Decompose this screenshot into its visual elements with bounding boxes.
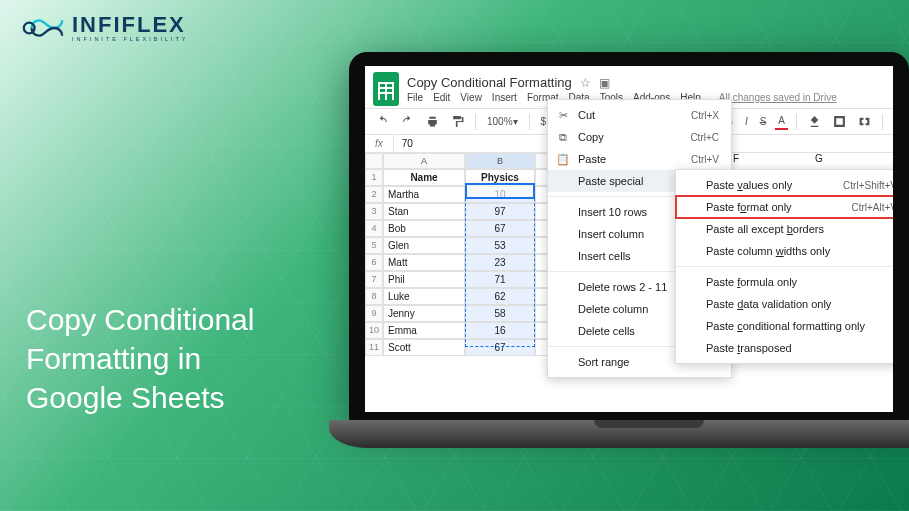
submenu-paste-except-borders[interactable]: Paste all except borders bbox=[676, 218, 893, 240]
sheets-logo-icon[interactable] bbox=[373, 72, 399, 106]
fx-label: fx bbox=[365, 135, 394, 152]
cell-header-name[interactable]: Name bbox=[383, 169, 465, 186]
cell-name[interactable]: Luke bbox=[383, 288, 465, 305]
italic-button[interactable]: I bbox=[742, 114, 751, 129]
submenu-paste-conditional-formatting[interactable]: Paste conditional formatting only bbox=[676, 315, 893, 337]
paste-icon: 📋 bbox=[556, 153, 570, 166]
cell-physics[interactable]: 97 bbox=[465, 203, 535, 220]
menu-view[interactable]: View bbox=[460, 92, 482, 103]
row-header[interactable]: 10 bbox=[365, 322, 383, 339]
headline-line-2: Formatting in bbox=[26, 339, 254, 378]
infinity-icon bbox=[20, 14, 66, 42]
paint-format-button[interactable] bbox=[448, 113, 467, 130]
undo-button[interactable] bbox=[373, 113, 392, 130]
select-all-corner[interactable] bbox=[365, 153, 383, 169]
star-icon[interactable]: ☆ bbox=[580, 76, 591, 90]
row-header[interactable]: 5 bbox=[365, 237, 383, 254]
menu-edit[interactable]: Edit bbox=[433, 92, 450, 103]
row-header[interactable]: 11 bbox=[365, 339, 383, 356]
fx-value[interactable]: 70 bbox=[394, 135, 421, 152]
menu-item-cut[interactable]: ✂ Cut Ctrl+X bbox=[548, 104, 731, 126]
cell-name[interactable]: Scott bbox=[383, 339, 465, 356]
menu-file[interactable]: File bbox=[407, 92, 423, 103]
cell-name[interactable]: Stan bbox=[383, 203, 465, 220]
submenu-paste-column-widths[interactable]: Paste column widths only bbox=[676, 240, 893, 262]
row-header[interactable]: 8 bbox=[365, 288, 383, 305]
cell-physics[interactable]: 58 bbox=[465, 305, 535, 322]
paste-special-submenu: Paste values only Ctrl+Shift+V Paste for… bbox=[675, 169, 893, 364]
cell-physics[interactable]: 67 bbox=[465, 339, 535, 356]
col-header-a[interactable]: A bbox=[383, 153, 465, 169]
menu-insert[interactable]: Insert bbox=[492, 92, 517, 103]
cell-name[interactable]: Matt bbox=[383, 254, 465, 271]
cell-physics[interactable]: 16 bbox=[465, 322, 535, 339]
row-header[interactable]: 7 bbox=[365, 271, 383, 288]
col-header-b[interactable]: B bbox=[465, 153, 535, 169]
strikethrough-button[interactable]: S bbox=[757, 114, 770, 129]
menu-item-paste[interactable]: 📋 Paste Ctrl+V bbox=[548, 148, 731, 170]
cell-physics[interactable]: 53 bbox=[465, 237, 535, 254]
laptop-base bbox=[329, 420, 909, 448]
brand-name: INFIFLEX bbox=[72, 14, 189, 36]
cell-header-physics[interactable]: Physics bbox=[465, 169, 535, 186]
cell-name[interactable]: Emma bbox=[383, 322, 465, 339]
drive-save-status[interactable]: All changes saved in Drive bbox=[719, 92, 837, 103]
submenu-paste-format[interactable]: Paste format only Ctrl+Alt+V bbox=[676, 196, 893, 218]
submenu-paste-data-validation[interactable]: Paste data validation only bbox=[676, 293, 893, 315]
spreadsheet-area: A B M 1 Name Physics 2 Martha 10 3 Stan … bbox=[365, 153, 893, 356]
menu-item-copy[interactable]: ⧉ Copy Ctrl+C bbox=[548, 126, 731, 148]
col-headers-right: F G bbox=[733, 153, 893, 164]
cell-name[interactable]: Jenny bbox=[383, 305, 465, 322]
copy-icon: ⧉ bbox=[556, 131, 570, 144]
move-folder-icon[interactable]: ▣ bbox=[599, 76, 610, 90]
brand-logo: INFIFLEX INFINITE FLEXIBILITY bbox=[20, 14, 189, 42]
col-header-g[interactable]: G bbox=[815, 153, 893, 164]
cell-physics[interactable]: 71 bbox=[465, 271, 535, 288]
zoom-dropdown[interactable]: 100% ▾ bbox=[484, 114, 521, 129]
cell-name[interactable]: Glen bbox=[383, 237, 465, 254]
fill-color-button[interactable] bbox=[805, 113, 824, 130]
merge-cells-button[interactable] bbox=[855, 113, 874, 130]
menu-divider bbox=[676, 266, 893, 267]
col-header-f[interactable]: F bbox=[733, 153, 815, 164]
headline-line-1: Copy Conditional bbox=[26, 300, 254, 339]
redo-button[interactable] bbox=[398, 113, 417, 130]
submenu-paste-transposed[interactable]: Paste transposed bbox=[676, 337, 893, 359]
cell-physics[interactable]: 67 bbox=[465, 220, 535, 237]
row-header[interactable]: 1 bbox=[365, 169, 383, 186]
submenu-paste-formula[interactable]: Paste formula only bbox=[676, 271, 893, 293]
cell-physics[interactable]: 10 bbox=[465, 186, 535, 203]
borders-button[interactable] bbox=[830, 113, 849, 130]
cell-physics[interactable]: 62 bbox=[465, 288, 535, 305]
headline: Copy Conditional Formatting in Google Sh… bbox=[26, 300, 254, 417]
cut-icon: ✂ bbox=[556, 109, 570, 122]
cell-name[interactable]: Martha bbox=[383, 186, 465, 203]
laptop-mockup: Copy Conditional Formatting ☆ ▣ File Edi… bbox=[329, 52, 909, 482]
app-screen: Copy Conditional Formatting ☆ ▣ File Edi… bbox=[365, 66, 893, 412]
row-header[interactable]: 6 bbox=[365, 254, 383, 271]
text-color-button[interactable]: A bbox=[775, 113, 788, 130]
cell-name[interactable]: Phil bbox=[383, 271, 465, 288]
print-button[interactable] bbox=[423, 113, 442, 130]
laptop-bezel: Copy Conditional Formatting ☆ ▣ File Edi… bbox=[349, 52, 909, 422]
row-header[interactable]: 9 bbox=[365, 305, 383, 322]
headline-line-3: Google Sheets bbox=[26, 378, 254, 417]
row-header[interactable]: 2 bbox=[365, 186, 383, 203]
cell-name[interactable]: Bob bbox=[383, 220, 465, 237]
document-title[interactable]: Copy Conditional Formatting bbox=[407, 75, 572, 90]
row-header[interactable]: 3 bbox=[365, 203, 383, 220]
cell-physics[interactable]: 23 bbox=[465, 254, 535, 271]
row-header[interactable]: 4 bbox=[365, 220, 383, 237]
brand-tagline: INFINITE FLEXIBILITY bbox=[72, 36, 189, 42]
svg-point-0 bbox=[24, 23, 35, 34]
submenu-paste-values[interactable]: Paste values only Ctrl+Shift+V bbox=[676, 174, 893, 196]
